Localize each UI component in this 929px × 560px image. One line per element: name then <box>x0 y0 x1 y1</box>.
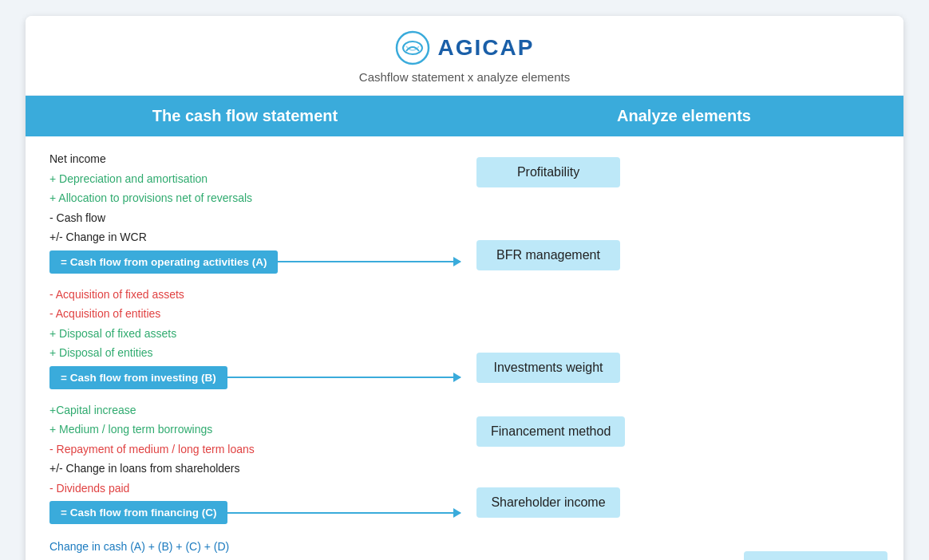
section1-right: Profitability BFR management <box>468 149 887 274</box>
section3-bar-row: = Cash flow from financing (C) <box>49 501 461 524</box>
section3-left: +Capital increase + Medium / long term b… <box>49 400 468 525</box>
analyze-profitability: Profitability <box>476 157 620 187</box>
section4-left: Change in cash (A) + (B) + (C) + (D) Ope… <box>49 537 468 560</box>
line-dividends: - Dividends paid <box>49 479 461 499</box>
analyze-investments: Investments weight <box>476 353 620 383</box>
section1: Net income + Depreciation and amortisati… <box>26 136 903 274</box>
section2-right: Investments weight <box>468 285 887 389</box>
header: AGICAP Cashflow statement x analyze elem… <box>26 16 903 96</box>
section2: - Acquisition of fixed assets - Acquisit… <box>26 274 903 389</box>
line-cashflow: - Cash flow <box>49 208 461 228</box>
line-allocation: + Allocation to provisions net of revers… <box>49 188 461 208</box>
logo-area: AGICAP <box>42 30 887 65</box>
section3: +Capital increase + Medium / long term b… <box>26 389 903 525</box>
analyze-financement: Financement method <box>476 416 625 447</box>
section2-arrow <box>227 377 461 378</box>
line-borrowings: + Medium / long term borrowings <box>49 420 461 440</box>
section3-right: Financement method Shareholder income <box>468 400 887 525</box>
line-acq-fixed: - Acquisition of fixed assets <box>49 285 461 305</box>
line-wcr: +/- Change in WCR <box>49 227 461 247</box>
line-net-income: Net income <box>49 149 461 169</box>
content: Net income + Depreciation and amortisati… <box>26 136 903 560</box>
line-disposal-fixed: + Disposal of fixed assets <box>49 324 461 344</box>
logo-text: AGICAP <box>438 35 535 61</box>
section1-left: Net income + Depreciation and amortisati… <box>49 149 468 274</box>
main-card: AGICAP Cashflow statement x analyze elem… <box>26 16 903 560</box>
section2-bar-row: = Cash flow from investing (B) <box>49 366 461 389</box>
line-opening-cash: Opening cash position (E) <box>49 557 461 561</box>
line-change-cash: Change in cash (A) + (B) + (C) + (D) <box>49 537 461 557</box>
analyze-shareholder: Shareholder income <box>476 487 620 518</box>
line-capital: +Capital increase <box>49 400 461 420</box>
line-disposal-entities: + Disposal of entities <box>49 343 461 363</box>
right-column-header: Analyze elements <box>465 96 903 136</box>
analyze-cashflow-evolution: Cashflow evolution <box>744 551 887 560</box>
section2-bar: = Cash flow from investing (B) <box>49 366 227 389</box>
section3-bar: = Cash flow from financing (C) <box>49 501 227 524</box>
left-column-header: The cash flow statement <box>26 96 465 136</box>
section1-bar: = Cash flow from operating activities (A… <box>49 250 278 274</box>
section2-left: - Acquisition of fixed assets - Acquisit… <box>49 285 468 389</box>
section4: Change in cash (A) + (B) + (C) + (D) Ope… <box>26 524 903 560</box>
line-repayment: - Repayment of medium / long term loans <box>49 440 461 459</box>
analyze-bfr: BFR management <box>476 240 620 270</box>
line-acq-entities: - Acquisition of entities <box>49 304 461 324</box>
line-depreciation: + Depreciation and amortisation <box>49 169 461 189</box>
subtitle: Cashflow statement x analyze elements <box>42 70 887 84</box>
agicap-logo-icon <box>395 30 430 65</box>
section4-right: Cashflow evolution <box>468 551 887 560</box>
column-headers: The cash flow statement Analyze elements <box>26 96 903 136</box>
line-shareholders-change: +/- Change in loans from shareholders <box>49 459 461 479</box>
section1-bar-row: = Cash flow from operating activities (A… <box>49 250 461 274</box>
section3-arrow <box>227 512 461 514</box>
section1-arrow <box>278 261 461 262</box>
